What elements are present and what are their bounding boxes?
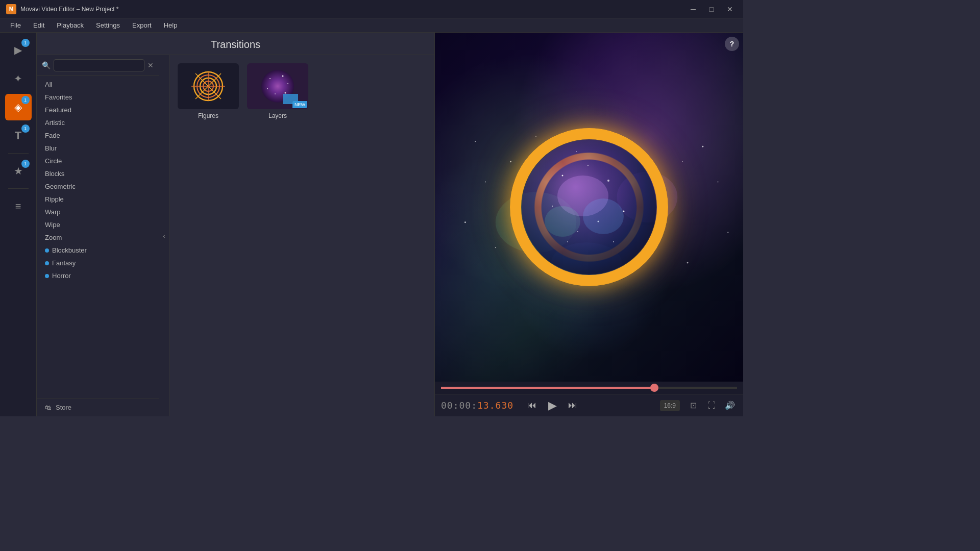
help-button[interactable]: ? [725,37,739,51]
crop-view-button[interactable]: ⊡ [686,398,700,413]
transitions-panel: Transitions 🔍 ✕ All Favorites Featured A… [37,33,435,416]
sidebar-item-blocks[interactable]: Blocks [37,167,159,180]
sidebar-item-wipe[interactable]: Wipe [37,218,159,231]
effects-tool-button[interactable]: ✦ [5,65,32,92]
sidebar-item-geometric[interactable]: Geometric [37,180,159,193]
media-badge: 1 [21,39,30,47]
svg-point-25 [495,247,496,248]
sidebar-item-all[interactable]: All [37,78,159,91]
svg-point-34 [552,206,553,207]
progress-bar[interactable] [435,382,743,394]
window-controls: ─ □ ✕ [686,2,737,16]
titles-icon: T [15,129,21,142]
sidebar-item-warp[interactable]: Warp [37,206,159,218]
transition-card-figures[interactable]: Figures [178,63,239,119]
store-icon: 🛍 [45,404,52,411]
preview-area: ? [435,33,743,382]
close-button[interactable]: ✕ [723,2,737,16]
inner-stars-svg [522,140,656,274]
svg-point-31 [562,175,564,177]
fullscreen-button[interactable]: ⛶ [704,398,719,413]
sidebar-item-fade[interactable]: Fade [37,129,159,142]
sidebar-item-artistic[interactable]: Artistic [37,116,159,129]
titles-tool-button[interactable]: T 1 [5,122,32,149]
transitions-tool-button[interactable]: ◈ 1 [5,94,32,120]
video-preview-panel: ? 00:00:13.630 ⏮ ▶ ⏭ 16:9 ⊡ ⛶ 🔊 [435,33,743,416]
volume-button[interactable]: 🔊 [723,398,737,413]
new-badge: NEW [292,101,307,108]
minimize-button[interactable]: ─ [686,2,700,16]
skip-start-button[interactable]: ⏮ [524,397,540,414]
progress-track-container [435,382,743,394]
media-tool-button[interactable]: ▶ 1 [5,37,32,63]
maximize-button[interactable]: □ [704,2,719,16]
left-toolbar: ▶ 1 ✦ ◈ 1 T 1 ★ 1 ≡ [0,33,37,416]
sidebar-item-featured[interactable]: Featured [37,104,159,116]
sidebar-item-zoom[interactable]: Zoom [37,231,159,244]
search-input[interactable] [54,59,144,71]
sidebar-item-horror[interactable]: Horror [37,269,159,282]
inner-preview [522,140,656,274]
svg-point-11 [287,83,288,84]
menu-export[interactable]: Export [126,19,158,31]
svg-point-20 [485,182,486,183]
elements-badge: 1 [21,160,30,168]
elements-icon: ★ [14,165,23,177]
transition-card-layers[interactable]: NEW Layers [247,63,308,119]
list-icon: ≡ [15,201,21,212]
transitions-sidebar: 🔍 ✕ All Favorites Featured Artistic Fade… [37,55,159,416]
sidebar-item-circle[interactable]: Circle [37,155,159,167]
window-title: Movavi Video Editor – New Project * [20,6,686,13]
menu-edit[interactable]: Edit [27,19,51,31]
effects-icon: ✦ [14,72,22,85]
store-button[interactable]: 🛍 Store [37,398,159,416]
toolbar-separator-2 [8,188,29,189]
sidebar-item-ripple[interactable]: Ripple [37,193,159,206]
aspect-ratio-display: 16:9 [660,400,680,411]
menu-file[interactable]: File [4,19,27,31]
transitions-badge: 1 [21,96,30,104]
titlebar: M Movavi Video Editor – New Project * ─ … [0,0,743,18]
progress-track [441,387,737,389]
sidebar-item-blur[interactable]: Blur [37,142,159,155]
skip-end-button[interactable]: ⏭ [565,397,581,414]
list-tool-button[interactable]: ≡ [5,193,32,219]
search-icon: 🔍 [42,61,51,69]
figures-preview-svg [188,68,229,104]
media-icon: ▶ [14,44,22,56]
svg-point-26 [727,232,728,233]
titles-badge: 1 [21,124,30,133]
sidebar-item-favorites[interactable]: Favorites [37,91,159,104]
panel-body: 🔍 ✕ All Favorites Featured Artistic Fade… [37,55,434,416]
play-button[interactable]: ▶ [544,397,560,414]
svg-point-39 [613,241,614,242]
search-bar: 🔍 ✕ [37,55,159,76]
search-clear-icon[interactable]: ✕ [148,61,154,69]
layers-thumbnail: NEW [247,63,308,109]
sidebar-item-blockbuster[interactable]: Blockbuster [37,244,159,257]
svg-point-21 [702,146,703,147]
menu-playback[interactable]: Playback [51,19,90,31]
category-list: All Favorites Featured Artistic Fade Blu… [37,76,159,398]
svg-point-10 [282,76,284,77]
main-layout: ▶ 1 ✦ ◈ 1 T 1 ★ 1 ≡ Transitions [0,33,743,416]
svg-point-42 [545,206,580,237]
svg-point-12 [267,88,268,89]
menubar: File Edit Playback Settings Export Help [0,18,743,33]
svg-point-38 [567,241,568,242]
elements-tool-button[interactable]: ★ 1 [5,158,32,184]
collapse-sidebar-button[interactable]: ‹ [159,55,169,416]
menu-help[interactable]: Help [158,19,184,31]
svg-point-18 [535,136,536,137]
toolbar-separator [8,153,29,154]
sidebar-item-fantasy[interactable]: Fantasy [37,257,159,269]
time-display: 00:00:13.630 [441,400,513,411]
transitions-grid: Figures [169,55,434,416]
layers-preview-svg [257,68,298,104]
svg-point-22 [718,182,719,183]
blockbuster-dot [45,248,49,253]
time-current: 13.630 [477,400,513,411]
app-icon: M [6,4,16,14]
menu-settings[interactable]: Settings [90,19,126,31]
progress-thumb[interactable] [650,384,658,392]
